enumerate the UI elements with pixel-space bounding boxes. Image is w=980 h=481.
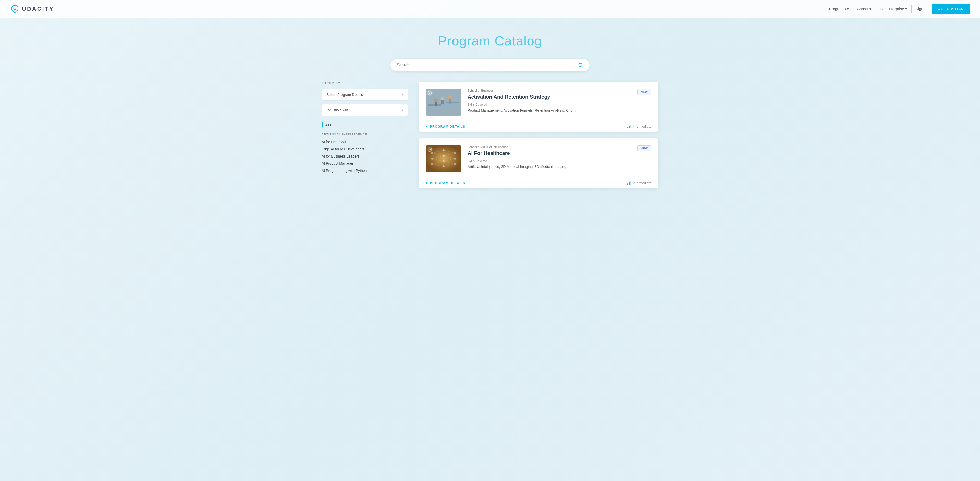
card-footer-2: + PROGRAM DETAILS Intermediate <box>418 177 659 188</box>
svg-point-18 <box>442 160 445 162</box>
card-level-2: Intermediate <box>627 181 651 185</box>
card-top-1: School of Business Activation And Retent… <box>418 82 659 121</box>
card-skills-2: Artificial Intelligence, 2D Medical Imag… <box>468 164 631 169</box>
program-details-link-2[interactable]: + PROGRAM DETAILS <box>426 181 465 185</box>
svg-line-1 <box>582 66 583 67</box>
category-title-ai: ARTIFICIAL INTELLIGENCE <box>321 133 408 136</box>
svg-point-9 <box>441 97 444 100</box>
program-card-2: School of Artificial Intelligence AI For… <box>418 138 659 188</box>
svg-rect-8 <box>434 102 437 106</box>
svg-point-5 <box>448 95 452 99</box>
svg-point-15 <box>431 163 433 165</box>
sidebar-nav: ALL ARTIFICIAL INTELLIGENCE AI for Healt… <box>321 122 408 174</box>
level-bar-high <box>630 125 632 128</box>
nav-career[interactable]: Career ▾ <box>857 6 872 11</box>
card-badge-1: NEW <box>637 89 651 95</box>
navbar: UDACITY Programs ▾ Career ▾ For Enterpri… <box>0 0 980 18</box>
svg-rect-6 <box>449 99 451 104</box>
industry-skills-dropdown-label: Industry Skills <box>326 108 348 112</box>
card-skills-label-1: Skills Covered <box>468 103 631 107</box>
card-thumbnail-2 <box>426 145 461 172</box>
nav-programs[interactable]: Programs ▾ <box>829 6 849 11</box>
industry-skills-dropdown[interactable]: Industry Skills ▾ <box>321 104 408 116</box>
svg-point-13 <box>431 152 433 154</box>
card-info-1: School of Business Activation And Retent… <box>468 89 631 113</box>
program-details-dropdown[interactable]: Select Program Details ▾ <box>321 89 408 100</box>
level-icon-1 <box>627 125 632 128</box>
search-input[interactable] <box>396 63 578 67</box>
search-container <box>0 59 980 82</box>
card-title-2: AI For Healthcare <box>468 150 631 156</box>
main-layout: FILTER BY Select Program Details ▾ Indus… <box>311 82 669 204</box>
logo-text: UDACITY <box>22 6 54 12</box>
svg-point-22 <box>454 163 456 165</box>
card-skills-1: Product Management, Activation Funnels, … <box>468 107 631 113</box>
svg-point-20 <box>454 152 456 154</box>
svg-point-17 <box>442 155 445 157</box>
plus-icon-2: + <box>426 181 428 185</box>
filter-by-label: FILTER BY <box>321 82 408 85</box>
plus-icon-1: + <box>426 125 428 128</box>
svg-point-7 <box>434 99 438 102</box>
program-card-1: School of Business Activation And Retent… <box>418 82 659 132</box>
svg-point-14 <box>431 158 433 159</box>
program-details-link-1[interactable]: + PROGRAM DETAILS <box>426 125 465 128</box>
search-button[interactable] <box>578 62 584 68</box>
sidebar-category-ai: ARTIFICIAL INTELLIGENCE AI for Healthcar… <box>321 133 408 174</box>
chevron-down-icon-2: ▾ <box>402 108 404 112</box>
get-started-button[interactable]: GET STARTED <box>932 4 970 14</box>
card-title-1: Activation And Retention Strategy <box>468 94 631 100</box>
sidebar-all-item[interactable]: ALL <box>321 122 408 127</box>
svg-point-19 <box>442 166 445 167</box>
card-level-1: Intermediate <box>627 124 651 128</box>
program-details-dropdown-label: Select Program Details <box>326 93 363 97</box>
card-thumbnail-1 <box>426 89 461 116</box>
sidebar-item-ai-python[interactable]: AI Programming with Python <box>321 167 408 174</box>
hero-section: Program Catalog <box>0 18 980 59</box>
level-bar-low <box>627 127 628 128</box>
card-school-2: School of Artificial Intelligence <box>468 145 631 149</box>
card-badge-2: NEW <box>637 145 651 151</box>
level-icon-2 <box>627 181 632 185</box>
program-details-text-2: PROGRAM DETAILS <box>430 181 466 185</box>
level-bar-mid-2 <box>629 182 630 185</box>
svg-point-35 <box>427 147 433 152</box>
program-details-text-1: PROGRAM DETAILS <box>430 125 466 128</box>
nav-links: Programs ▾ Career ▾ For Enterprise ▾ <box>829 6 907 11</box>
level-bar-low-2 <box>627 183 628 185</box>
nav-logo[interactable]: UDACITY <box>10 4 54 14</box>
card-level-text-1: Intermediate <box>633 124 651 128</box>
sidebar: FILTER BY Select Program Details ▾ Indus… <box>321 82 408 188</box>
sidebar-item-edge-ai[interactable]: Edge AI for IoT Developers <box>321 145 408 153</box>
card-footer-1: + PROGRAM DETAILS Intermediate <box>418 121 659 132</box>
sign-in-link[interactable]: Sign In <box>916 6 928 11</box>
card-school-1: School of Business <box>468 89 631 92</box>
level-bar-high-2 <box>630 181 632 185</box>
card-info-2: School of Artificial Intelligence AI For… <box>468 145 631 169</box>
card-skills-label-2: Skills Covered <box>468 159 631 163</box>
card-level-text-2: Intermediate <box>633 181 651 185</box>
active-bar <box>321 122 323 127</box>
cards-section: School of Business Activation And Retent… <box>418 82 659 188</box>
search-box <box>390 59 590 72</box>
sidebar-item-ai-product[interactable]: AI Product Manager <box>321 160 408 167</box>
chevron-down-icon: ▾ <box>402 93 404 97</box>
svg-point-16 <box>442 149 445 151</box>
sidebar-item-ai-healthcare[interactable]: AI for Healthcare <box>321 139 408 145</box>
page-title: Program Catalog <box>5 33 975 48</box>
card-top-2: School of Artificial Intelligence AI For… <box>418 138 659 177</box>
svg-rect-4 <box>446 102 459 103</box>
svg-point-11 <box>427 90 433 96</box>
level-bar-mid <box>629 126 630 128</box>
all-label: ALL <box>325 123 332 127</box>
nav-enterprise[interactable]: For Enterprise ▾ <box>880 6 907 11</box>
svg-rect-10 <box>441 100 444 104</box>
svg-point-21 <box>454 158 456 159</box>
sidebar-item-ai-business[interactable]: AI for Business Leaders <box>321 153 408 160</box>
